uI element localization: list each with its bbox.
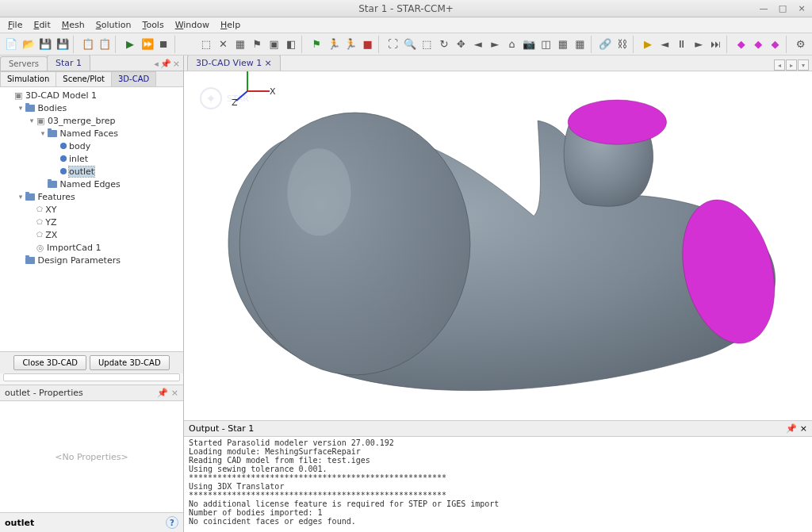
pink1-icon[interactable]: ◆: [733, 36, 749, 53]
view-menu-icon[interactable]: ▾: [798, 59, 809, 71]
menu-help[interactable]: Help: [216, 18, 245, 32]
run-flag-icon[interactable]: ⚑: [308, 36, 324, 53]
output-pin-icon[interactable]: 📌: [786, 423, 797, 434]
gear-icon[interactable]: ⚙: [792, 36, 808, 53]
tree-features[interactable]: ▾ Features: [2, 190, 182, 203]
left-prev-icon[interactable]: ◂: [154, 59, 159, 69]
zoomin-icon[interactable]: 🔍: [402, 36, 418, 53]
flag-icon[interactable]: ⚑: [249, 36, 265, 53]
grid2-icon[interactable]: ▦: [572, 36, 588, 53]
camera-icon[interactable]: 📷: [521, 36, 537, 53]
view-prev-icon[interactable]: ◂: [774, 59, 785, 71]
selected-name-label: outlet: [5, 518, 166, 528]
person-icon[interactable]: 🏃: [325, 36, 341, 53]
tree-plane-xy[interactable]: ⬠ XY: [2, 203, 182, 216]
rotate-icon[interactable]: ↻: [436, 36, 452, 53]
3d-viewport[interactable]: ✦ STAR: [184, 71, 812, 420]
new-icon[interactable]: 📄: [3, 36, 19, 53]
tree-named-edges[interactable]: Named Edges: [2, 178, 182, 190]
end-icon[interactable]: ⏭: [707, 36, 723, 53]
tab-star1[interactable]: Star 1: [47, 55, 90, 71]
link-icon[interactable]: 🔗: [597, 36, 613, 53]
region-icon[interactable]: ▦: [232, 36, 248, 53]
menu-solution[interactable]: Solution: [91, 18, 136, 32]
cube-icon[interactable]: ◧: [283, 36, 299, 53]
paste-icon[interactable]: 📋: [97, 36, 113, 53]
home-icon[interactable]: ⌂: [504, 36, 519, 53]
help-icon[interactable]: ?: [166, 516, 178, 529]
menu-bar: File Edit Mesh Solution Tools Window Hel…: [0, 17, 812, 33]
save-icon[interactable]: 💾: [37, 36, 53, 53]
output-title: Output - Star 1 📌 ×: [184, 420, 812, 437]
box-icon[interactable]: ▣: [266, 36, 282, 53]
left-pin-icon[interactable]: 📌: [160, 59, 171, 69]
open-icon[interactable]: 📂: [20, 36, 36, 53]
tree-face-body[interactable]: body: [2, 140, 182, 152]
plane-icon: ⬠: [36, 205, 43, 213]
tab-3dcad-view[interactable]: 3D-CAD View 1 ×: [187, 55, 281, 71]
minimize-button[interactable]: —: [756, 3, 771, 14]
left-close-icon[interactable]: ×: [173, 59, 180, 69]
tree-design-parameters[interactable]: Design Parameters: [2, 254, 182, 266]
props-pin-icon[interactable]: 📌: [157, 388, 168, 398]
menu-window[interactable]: Window: [170, 18, 214, 32]
tree-importcad[interactable]: ◎ ImportCad 1: [2, 241, 182, 254]
folder-icon: [25, 193, 35, 201]
persp-icon[interactable]: ◫: [538, 36, 553, 53]
pan-icon[interactable]: ✥: [453, 36, 469, 53]
update-3dcad-button[interactable]: Update 3D-CAD: [90, 355, 170, 370]
tree-named-faces[interactable]: ▾ Named Faces: [2, 127, 182, 140]
pink3-icon[interactable]: ◆: [767, 36, 783, 53]
next-icon[interactable]: ►: [691, 36, 707, 53]
tree-face-inlet[interactable]: inlet: [2, 152, 182, 165]
pause-icon[interactable]: ⏸: [674, 36, 690, 53]
close-3dcad-button[interactable]: Close 3D-CAD: [13, 355, 86, 370]
tree-face-outlet[interactable]: outlet: [2, 165, 182, 178]
subtab-simulation[interactable]: Simulation: [0, 71, 56, 86]
measure-icon[interactable]: ✕: [215, 36, 231, 53]
play-icon[interactable]: ▶: [122, 36, 138, 53]
tree-plane-zx[interactable]: ⬠ ZX: [2, 228, 182, 241]
fwd-icon[interactable]: ►: [487, 36, 503, 53]
close-window-button[interactable]: ×: [795, 3, 809, 14]
stop-icon[interactable]: ⏹: [156, 36, 172, 53]
folder-icon: [25, 257, 35, 264]
halt-icon[interactable]: ■: [359, 36, 375, 53]
menu-mesh[interactable]: Mesh: [57, 18, 90, 32]
back-icon[interactable]: ◄: [470, 36, 486, 53]
axis-triad-icon: Y X Z: [232, 71, 812, 408]
tree-plane-yz[interactable]: ⬠ YZ: [2, 216, 182, 228]
subtab-3dcad[interactable]: 3D-CAD: [111, 71, 156, 86]
close-tab-icon[interactable]: ×: [264, 58, 271, 68]
props-close-icon[interactable]: ×: [171, 388, 178, 398]
left-sub-tabs: Simulation Scene/Plot 3D-CAD: [0, 71, 183, 87]
tree-model-root[interactable]: ▣ 3D-CAD Model 1: [2, 89, 182, 101]
menu-file[interactable]: File: [3, 18, 27, 32]
zoomsel-icon[interactable]: ⬚: [419, 36, 435, 53]
tab-servers[interactable]: Servers: [0, 56, 48, 71]
menu-edit[interactable]: Edit: [29, 18, 55, 32]
output-console[interactable]: Started Parasolid modeler version 27.00.…: [184, 437, 812, 532]
pink2-icon[interactable]: ◆: [750, 36, 766, 53]
menu-tools[interactable]: Tools: [138, 18, 169, 32]
runner-icon[interactable]: 🏃: [343, 36, 358, 53]
output-close-icon[interactable]: ×: [800, 423, 807, 434]
properties-body: <No Properties>: [0, 401, 183, 512]
tree-merge-brep[interactable]: ▾▣ 03_merge_brep: [2, 114, 182, 127]
prev-icon[interactable]: ◄: [657, 36, 672, 53]
step-icon[interactable]: ⏩: [139, 36, 155, 53]
play2-icon[interactable]: ▶: [640, 36, 656, 53]
unlink-icon[interactable]: ⛓: [615, 36, 630, 53]
maximize-button[interactable]: □: [776, 3, 790, 14]
saveall-icon[interactable]: 💾: [54, 36, 70, 53]
view-next-icon[interactable]: ▸: [786, 59, 797, 71]
main-toolbar: 📄 📂 💾 💾 📋 📋 ▶ ⏩ ⏹ ⬚ ✕ ▦ ⚑ ▣ ◧ ⚑ 🏃 🏃 ■ ⛶ …: [0, 33, 812, 55]
copy-icon[interactable]: 📋: [79, 36, 95, 53]
grid-icon[interactable]: ▦: [555, 36, 571, 53]
fit-icon[interactable]: ⛶: [385, 36, 400, 53]
window-title: Star 1 - STAR-CCM+: [358, 3, 454, 14]
select-icon[interactable]: ⬚: [198, 36, 214, 53]
subtab-sceneplot[interactable]: Scene/Plot: [56, 71, 112, 86]
brand-logo-icon: ✦: [200, 87, 222, 109]
tree-bodies[interactable]: ▾ Bodies: [2, 101, 182, 114]
